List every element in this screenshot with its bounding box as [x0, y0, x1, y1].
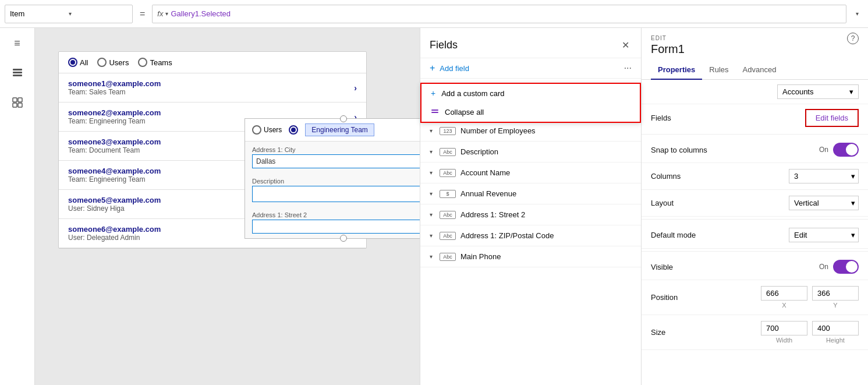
formula-bar[interactable]: fx ▾ Gallery1.Selected: [152, 5, 846, 23]
radio-circle-teams: [138, 58, 147, 67]
snap-to-columns-label: Snap to columns: [651, 146, 707, 154]
list-item-text: someone4@example.com Team: Engineering T…: [68, 167, 161, 183]
columns-label: Columns: [651, 172, 681, 181]
list-item-email: someone4@example.com: [68, 167, 161, 175]
position-y-input[interactable]: [812, 286, 859, 301]
add-field-row[interactable]: + Add field ···: [420, 58, 641, 79]
fields-panel-header: Fields ✕: [420, 28, 641, 58]
form-description-input[interactable]: [252, 186, 420, 202]
form-radio-circle-users: [252, 125, 261, 135]
svg-rect-7: [431, 110, 438, 111]
default-mode-select[interactable]: Edit: [789, 228, 859, 242]
form-radio-users[interactable]: Users: [252, 125, 282, 135]
field-row-revenue[interactable]: ▾ $ Annual Revenue: [420, 183, 641, 204]
properties-tabs: Properties Rules Advanced: [642, 61, 868, 80]
tab-properties[interactable]: Properties: [651, 61, 702, 80]
position-y-group: Y: [812, 286, 859, 309]
visible-toggle[interactable]: On: [819, 260, 859, 274]
resize-handle-top[interactable]: [340, 115, 347, 122]
radio-users[interactable]: Users: [97, 58, 129, 67]
sidebar-icon-layers[interactable]: [9, 63, 26, 83]
snap-toggle[interactable]: On: [819, 143, 859, 157]
field-row-phone[interactable]: ▾ Abc Main Phone: [420, 246, 641, 267]
add-custom-card-item[interactable]: + Add a custom card: [421, 84, 640, 103]
visible-on-label: On: [819, 263, 828, 271]
field-row-street2[interactable]: ▾ Abc Address 1: Street 2: [420, 204, 641, 225]
accounts-dropdown[interactable]: Accounts ▾: [777, 84, 859, 99]
field-chevron-revenue: ▾: [430, 190, 433, 197]
collapse-all-label: Collapse all: [445, 108, 484, 116]
field-name-revenue: Annual Revenue: [460, 189, 516, 198]
list-item-sub: User: Delegated Admin: [68, 234, 161, 242]
field-chevron-description: ▾: [430, 149, 433, 155]
list-item-text: someone5@example.com User: Sidney Higa: [68, 196, 161, 213]
list-item-sub: Team: Engineering Team: [68, 175, 161, 183]
resize-handle-bottom[interactable]: [340, 235, 347, 242]
svg-rect-1: [13, 72, 22, 73]
form-city-label: Address 1: City: [252, 146, 420, 153]
list-item[interactable]: someone1@example.com Team: Sales Team ›: [59, 73, 366, 103]
add-field-plus-icon: +: [430, 63, 435, 73]
field-name-account-name: Account Name: [460, 168, 510, 177]
position-x-input[interactable]: [761, 286, 807, 301]
position-row: Position X Y: [642, 280, 868, 315]
layout-select[interactable]: Vertical: [789, 196, 859, 210]
accounts-select-box[interactable]: Accounts ▾: [777, 84, 859, 99]
svg-rect-8: [431, 112, 438, 113]
snap-toggle-switch[interactable]: [833, 143, 859, 157]
form-radio-teams[interactable]: [289, 125, 298, 135]
sidebar-icon-hamburger[interactable]: ≡: [12, 35, 23, 52]
help-icon[interactable]: ?: [847, 33, 859, 44]
radio-label-users: Users: [109, 58, 129, 67]
field-row-description[interactable]: ▾ Abc Description: [420, 142, 641, 163]
position-inputs: X Y: [761, 286, 859, 309]
list-item-sub: Team: Engineering Team: [68, 117, 161, 125]
size-height-input[interactable]: [812, 321, 859, 335]
form-street2-input[interactable]: [252, 220, 420, 234]
add-custom-card-icon: +: [431, 89, 435, 98]
accounts-selected-value: Accounts: [782, 87, 813, 96]
more-options-button[interactable]: ···: [624, 63, 632, 73]
field-row-account-name[interactable]: ▾ Abc Account Name: [420, 163, 641, 183]
list-item-sub: Team: Document Team: [68, 146, 161, 154]
top-bar: Item ▾ = fx ▾ Gallery1.Selected ▾: [0, 0, 868, 28]
visible-toggle-switch[interactable]: [833, 260, 859, 274]
field-name-zip: Address 1: ZIP/Postal Code: [460, 231, 554, 240]
list-item-arrow: ›: [354, 83, 357, 93]
edit-fields-button[interactable]: Edit fields: [805, 109, 859, 127]
layout-row: Layout Vertical ▾: [642, 190, 868, 217]
snap-to-columns-row: Snap to columns On: [642, 137, 868, 163]
topbar-right-chevron[interactable]: ▾: [851, 8, 863, 19]
field-name-street2: Address 1: Street 2: [460, 210, 525, 219]
svg-rect-4: [18, 98, 22, 102]
columns-row: Columns 3 ▾: [642, 163, 868, 190]
field-row-employees[interactable]: ▾ 123 Number of Employees: [420, 121, 641, 142]
accounts-dropdown-chevron: ▾: [849, 87, 853, 96]
list-item-email: someone2@example.com: [68, 108, 161, 117]
field-row-zip[interactable]: ▾ Abc Address 1: ZIP/Postal Code: [420, 225, 641, 246]
tab-rules[interactable]: Rules: [702, 61, 735, 80]
visible-label: Visible: [651, 263, 673, 271]
form-city-value[interactable]: Dallas: [252, 154, 420, 168]
list-item-text: someone1@example.com Team: Sales Team: [68, 79, 161, 96]
default-mode-select-wrap[interactable]: Edit ▾: [789, 228, 859, 242]
divider-3: [642, 251, 868, 252]
add-field-label: Add field: [440, 64, 469, 73]
layout-select-wrap[interactable]: Vertical ▾: [789, 196, 859, 210]
fields-panel-close-button[interactable]: ✕: [619, 37, 632, 53]
size-width-input[interactable]: [761, 321, 807, 335]
default-mode-label: Default mode: [651, 231, 696, 239]
list-panel-header: All Users Teams: [59, 52, 366, 73]
collapse-all-item[interactable]: Collapse all: [421, 103, 640, 122]
tab-advanced[interactable]: Advanced: [736, 61, 784, 80]
radio-teams[interactable]: Teams: [138, 58, 172, 67]
sidebar-icon-grid[interactable]: [9, 94, 26, 114]
size-width-label: Width: [761, 337, 807, 344]
item-dropdown[interactable]: Item ▾: [5, 5, 133, 23]
columns-select[interactable]: 3: [789, 169, 859, 183]
columns-select-wrap[interactable]: 3 ▾: [789, 169, 859, 183]
radio-all[interactable]: All: [68, 58, 88, 67]
list-item-text: someone3@example.com Team: Document Team: [68, 137, 161, 154]
list-item-sub: Team: Sales Team: [68, 88, 161, 96]
collapse-all-icon: [431, 107, 439, 117]
